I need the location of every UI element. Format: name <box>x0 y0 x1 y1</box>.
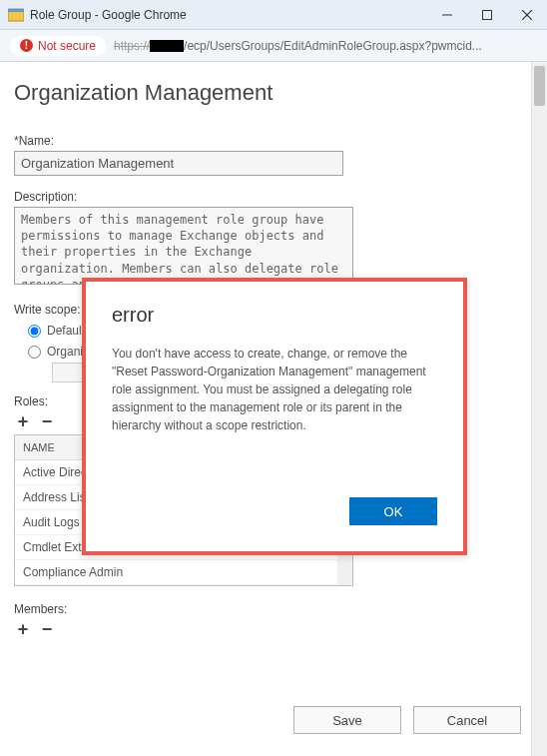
warning-icon: ! <box>20 39 33 52</box>
remove-member-icon[interactable]: − <box>38 620 56 638</box>
url-text[interactable]: https:///ecp/UsersGroups/EditAdminRoleGr… <box>114 39 537 53</box>
footer-buttons: Save Cancel <box>293 706 521 734</box>
ok-button[interactable]: OK <box>349 497 437 525</box>
scope-default-radio[interactable] <box>28 325 41 338</box>
window-title: Role Group - Google Chrome <box>30 8 427 22</box>
svg-rect-3 <box>483 10 492 19</box>
description-input[interactable]: Members of this management role group ha… <box>14 207 353 285</box>
scope-default-label: Default <box>47 324 85 338</box>
minimize-button[interactable] <box>427 0 467 30</box>
members-toolbar: + − <box>14 620 517 638</box>
security-chip[interactable]: ! Not secure <box>10 36 106 56</box>
members-label: Members: <box>14 602 517 616</box>
scope-org-radio[interactable] <box>28 346 41 359</box>
page-heading: Organization Management <box>14 80 517 106</box>
maximize-button[interactable] <box>467 0 507 30</box>
page-scroll-thumb[interactable] <box>534 66 545 106</box>
error-title: error <box>112 304 437 327</box>
app-icon <box>8 7 24 23</box>
close-button[interactable] <box>507 0 547 30</box>
add-member-icon[interactable]: + <box>14 620 32 638</box>
cancel-button[interactable]: Cancel <box>413 706 521 734</box>
page-scrollbar[interactable] <box>531 62 547 756</box>
name-input[interactable] <box>14 151 343 176</box>
save-button[interactable]: Save <box>293 706 401 734</box>
svg-rect-1 <box>8 9 24 12</box>
titlebar: Role Group - Google Chrome <box>0 0 547 30</box>
description-label: Description: <box>14 190 517 204</box>
security-label: Not secure <box>38 39 96 53</box>
error-dialog: error You don't have access to create, c… <box>82 278 467 555</box>
error-message: You don't have access to create, change,… <box>112 345 437 434</box>
list-item[interactable]: Compliance Admin <box>15 560 352 585</box>
browser-window: Role Group - Google Chrome ! Not secure … <box>0 0 547 756</box>
name-label: Name: <box>14 134 517 148</box>
remove-role-icon[interactable]: − <box>38 412 56 430</box>
redacted-host <box>150 40 184 52</box>
address-bar: ! Not secure https:///ecp/UsersGroups/Ed… <box>0 30 547 62</box>
add-role-icon[interactable]: + <box>14 412 32 430</box>
